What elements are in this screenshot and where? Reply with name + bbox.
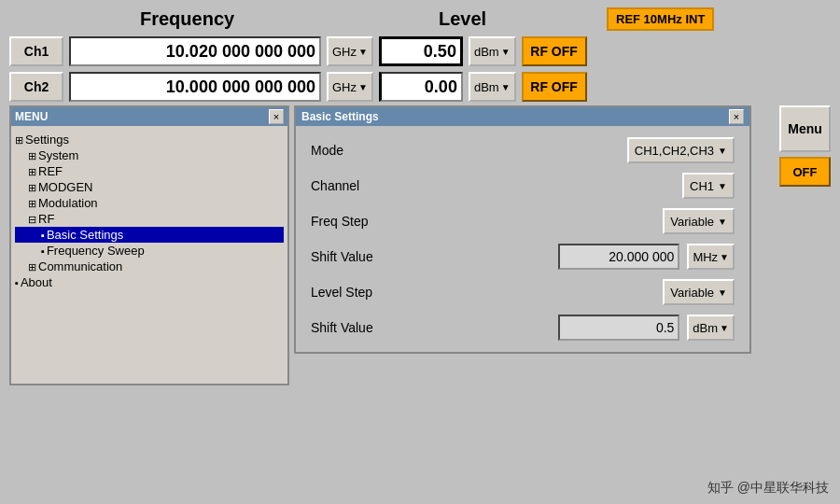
dialog-row-1: ChannelCH1▼ bbox=[311, 173, 735, 199]
row-unit-5[interactable]: dBm▼ bbox=[687, 315, 735, 341]
menu-item-communication[interactable]: ⊞Communication bbox=[15, 259, 284, 274]
ch1-freq-display: 10.020 000 000 000 bbox=[69, 36, 321, 66]
menu-close-btn[interactable]: × bbox=[269, 109, 284, 124]
menu-item-frequency-sweep[interactable]: ▪Frequency Sweep bbox=[15, 243, 284, 259]
menu-item-ref[interactable]: ⊞REF bbox=[15, 163, 284, 179]
rf-off-partial[interactable]: OFF bbox=[779, 157, 831, 187]
watermark: 知乎 @中星联华科技 bbox=[707, 480, 829, 497]
dialog-row-0: ModeCH1,CH2,CH3▼ bbox=[311, 137, 735, 163]
menu-title: MENU bbox=[15, 110, 48, 123]
ch1-freq-unit-select[interactable]: GHz ▼ bbox=[327, 36, 373, 66]
ch1-level-unit-select[interactable]: dBm ▼ bbox=[469, 36, 516, 66]
level-label: Level bbox=[439, 8, 607, 30]
ref-btn[interactable]: REF 10MHz INT bbox=[607, 7, 714, 31]
row-label-4: Level Step bbox=[311, 285, 404, 300]
ch2-button[interactable]: Ch2 bbox=[9, 72, 63, 102]
basic-settings-dialog: Basic Settings × ModeCH1,CH2,CH3▼Channel… bbox=[294, 105, 751, 354]
ch2-rf-btn[interactable]: RF OFF bbox=[522, 72, 587, 102]
menu-panel: MENU × ⊞Settings⊞System⊞REF⊞MODGEN⊞Modul… bbox=[9, 105, 289, 385]
menu-item-system[interactable]: ⊞System bbox=[15, 147, 284, 163]
dialog-title: Basic Settings bbox=[301, 110, 379, 123]
menu-item-modgen[interactable]: ⊞MODGEN bbox=[15, 179, 284, 195]
row-value-3: 20.000 000 bbox=[558, 244, 679, 270]
row-dropdown-1[interactable]: CH1▼ bbox=[682, 173, 735, 199]
row-dropdown-0[interactable]: CH1,CH2,CH3▼ bbox=[627, 137, 735, 163]
row-dropdown-2[interactable]: Variable▼ bbox=[663, 208, 735, 234]
menu-item-settings[interactable]: ⊞Settings bbox=[15, 132, 284, 147]
ch1-level-display: 0.50 bbox=[379, 36, 463, 66]
dialog-row-2: Freq StepVariable▼ bbox=[311, 208, 735, 234]
row-label-0: Mode bbox=[311, 143, 404, 158]
sidebar-menu-btn[interactable]: Menu bbox=[779, 105, 831, 152]
row-label-1: Channel bbox=[311, 178, 404, 193]
ch1-button[interactable]: Ch1 bbox=[9, 36, 63, 66]
row-value-5: 0.5 bbox=[558, 315, 679, 341]
frequency-label: Frequency bbox=[140, 8, 420, 30]
row-label-3: Shift Value bbox=[311, 249, 404, 264]
dialog-row-4: Level StepVariable▼ bbox=[311, 279, 735, 305]
ch2-level-display: 0.00 bbox=[379, 72, 463, 102]
row-dropdown-4[interactable]: Variable▼ bbox=[663, 279, 735, 305]
menu-item-modulation[interactable]: ⊞Modulation bbox=[15, 195, 284, 211]
dialog-row-5: Shift Value0.5dBm▼ bbox=[311, 315, 735, 341]
dialog-row-3: Shift Value20.000 000MHz▼ bbox=[311, 244, 735, 270]
row-label-5: Shift Value bbox=[311, 320, 404, 335]
menu-item-rf[interactable]: ⊟RF bbox=[15, 211, 284, 227]
row-label-2: Freq Step bbox=[311, 214, 404, 229]
ch2-freq-display: 10.000 000 000 000 bbox=[69, 72, 321, 102]
row-unit-3[interactable]: MHz▼ bbox=[687, 244, 735, 270]
menu-item-basic-settings[interactable]: ▪Basic Settings bbox=[15, 227, 284, 243]
ch2-freq-unit-select[interactable]: GHz ▼ bbox=[327, 72, 373, 102]
ch1-rf-btn[interactable]: RF OFF bbox=[522, 36, 587, 66]
dialog-close-btn[interactable]: × bbox=[729, 109, 744, 124]
menu-item-about[interactable]: ▪About bbox=[15, 274, 284, 290]
ch2-level-unit-select[interactable]: dBm ▼ bbox=[469, 72, 516, 102]
